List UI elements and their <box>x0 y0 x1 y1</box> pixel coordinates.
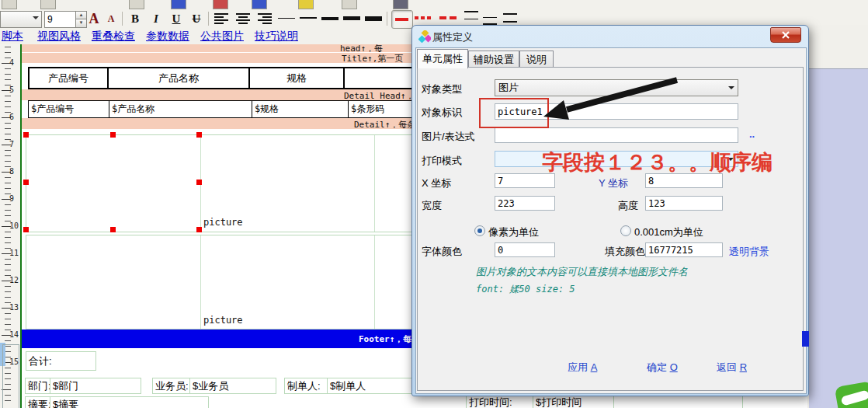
back-button[interactable]: 返回 R <box>717 361 747 375</box>
red-line-dashed-button[interactable] <box>439 16 458 20</box>
picture-placeholder-label: picture <box>203 217 243 228</box>
toolbar-cropped-icon-7[interactable] <box>298 0 314 9</box>
object-type-label: 对象类型 <box>422 82 462 96</box>
picture-placeholder-label: picture <box>203 315 243 326</box>
band-footer-label: Footer↑，每 <box>359 333 411 345</box>
selection-handle[interactable] <box>196 132 202 138</box>
apply-button[interactable]: 应用 A <box>568 361 597 375</box>
annotation-arrow <box>536 74 687 128</box>
font-name-combobox[interactable] <box>0 11 42 28</box>
selection-handle[interactable] <box>196 227 202 232</box>
menu-item-script[interactable]: 脚本 <box>2 30 23 44</box>
header-cell[interactable]: 产品名称 <box>107 68 248 88</box>
band-page-head-label: head↑，每 <box>340 44 383 52</box>
toolbar-cropped-icon-8[interactable] <box>342 0 357 9</box>
maker-label-cell[interactable]: 制单人: <box>284 378 329 394</box>
line-weight-5-button[interactable] <box>365 16 382 21</box>
line-weight-1-button[interactable] <box>278 18 295 19</box>
align-center-icon[interactable] <box>236 13 252 25</box>
radio-cm-unit[interactable] <box>620 225 631 236</box>
print-time-label-cell[interactable]: 打印时间: <box>466 396 535 408</box>
ok-button[interactable]: 确定 O <box>647 361 678 375</box>
header-cell[interactable]: 产品编号 <box>30 68 107 88</box>
browse-dots[interactable]: .. <box>749 128 755 140</box>
data-cell[interactable]: $产品编号 <box>29 101 109 117</box>
object-id-label: 对象标识 <box>422 106 462 120</box>
summary-value-cell[interactable]: $摘要 <box>50 396 209 408</box>
toolbar-cropped-icon-4[interactable] <box>171 0 186 9</box>
font-color-input[interactable] <box>495 242 555 257</box>
band-title-label: Title↑,第一页 <box>342 53 403 63</box>
selection-handle[interactable] <box>196 180 202 185</box>
double-line-button-3[interactable] <box>503 13 517 23</box>
total-cell[interactable]: 合计: <box>26 351 96 371</box>
close-icon <box>771 28 800 42</box>
selection-handle[interactable] <box>23 227 29 232</box>
dept-value-cell[interactable]: $部门 <box>50 378 141 394</box>
dept-label-cell[interactable]: 部门: <box>25 378 52 394</box>
selection-handle[interactable] <box>110 227 116 232</box>
strikethrough-button[interactable]: U <box>188 11 205 26</box>
transparent-bg-link[interactable]: 透明背景 <box>729 245 769 259</box>
align-right-icon[interactable] <box>258 13 273 25</box>
dialog-app-icon <box>418 30 431 43</box>
print-time-value-cell[interactable]: $打印时间 <box>533 396 614 408</box>
footer-band-peek <box>802 331 809 347</box>
underline-button[interactable]: U <box>168 11 185 26</box>
toolbar-cropped-icon-3[interactable] <box>129 0 144 9</box>
maker-value-cell[interactable]: $制单人 <box>327 378 424 394</box>
menu-item-tips[interactable]: 技巧说明 <box>255 30 298 44</box>
toolbar-cropped-icon-1[interactable] <box>2 0 17 9</box>
side-panel <box>809 68 868 408</box>
align-left-icon[interactable] <box>214 13 230 25</box>
chevron-down-icon <box>728 86 734 92</box>
selection-handle[interactable] <box>23 180 29 185</box>
height-label: 高度 <box>618 199 638 213</box>
application-window: ▲ ▼ A A B I U U 脚本 <box>0 0 868 408</box>
tab-unit-properties[interactable]: 单元属性 <box>417 49 468 68</box>
data-cell[interactable]: $产品名称 <box>109 101 252 117</box>
toolbar-cropped-icon-9[interactable] <box>393 0 408 9</box>
toolbar-cropped-icon-6[interactable] <box>252 0 267 9</box>
close-button[interactable] <box>770 27 801 43</box>
summary-label-cell[interactable]: 摘要: <box>25 396 52 408</box>
radio-pixel-unit[interactable] <box>474 225 485 236</box>
font-size-input[interactable] <box>44 11 78 28</box>
menu-item-public-image[interactable]: 公共图片 <box>200 30 244 44</box>
double-line-button-2[interactable] <box>483 17 497 25</box>
header-cell[interactable]: 规格 <box>248 68 343 88</box>
radio-cm-label: 0.001cm为单位 <box>634 225 703 239</box>
tab-description[interactable]: 说明 <box>519 51 554 68</box>
red-line-solid-button[interactable] <box>391 10 413 29</box>
italic-button[interactable]: I <box>148 11 165 26</box>
radio-pixel-label: 像素为单位 <box>488 225 539 239</box>
font-decrease-button[interactable]: A <box>105 11 117 26</box>
bold-button[interactable]: B <box>127 11 144 26</box>
menu-item-view-style[interactable]: 视图风格 <box>37 30 81 44</box>
line-weight-2-button[interactable] <box>300 17 317 19</box>
width-input[interactable] <box>495 196 555 211</box>
dialog-title: 属性定义 <box>432 30 473 44</box>
tab-aux-settings[interactable]: 辅助设置 <box>468 51 519 68</box>
fill-color-input[interactable] <box>645 242 723 257</box>
font-increase-button[interactable]: A <box>85 11 102 26</box>
band-detail-label: Detail↑，每条 <box>354 119 415 129</box>
picture-expr-input[interactable] <box>495 127 738 143</box>
selection-handle[interactable] <box>110 132 116 138</box>
line-weight-4-button[interactable] <box>343 16 360 20</box>
selection-handle[interactable] <box>23 132 29 138</box>
red-line-dotted-button[interactable] <box>415 16 433 20</box>
vertical-ruler: 4 5 6 7 8 9 10 11 12 13 14 15 <box>0 44 20 408</box>
toolbar-cropped-icon-2[interactable] <box>40 0 56 9</box>
y-coord-label: Y 坐标 <box>599 176 628 190</box>
fill-color-label: 填充颜色 <box>605 245 645 259</box>
menu-item-param-data[interactable]: 参数数据 <box>146 30 189 44</box>
toolbar-cropped-icon-5[interactable] <box>213 0 228 9</box>
menu-item-overlap-check[interactable]: 重叠检查 <box>92 30 135 44</box>
data-cell[interactable]: $规格 <box>252 101 348 117</box>
clerk-label-cell[interactable]: 业务员: <box>152 378 192 394</box>
double-line-button-1[interactable] <box>464 11 478 19</box>
clerk-value-cell[interactable]: $业务员 <box>189 378 276 394</box>
line-weight-3-button[interactable] <box>321 17 339 20</box>
height-input[interactable] <box>645 196 723 211</box>
